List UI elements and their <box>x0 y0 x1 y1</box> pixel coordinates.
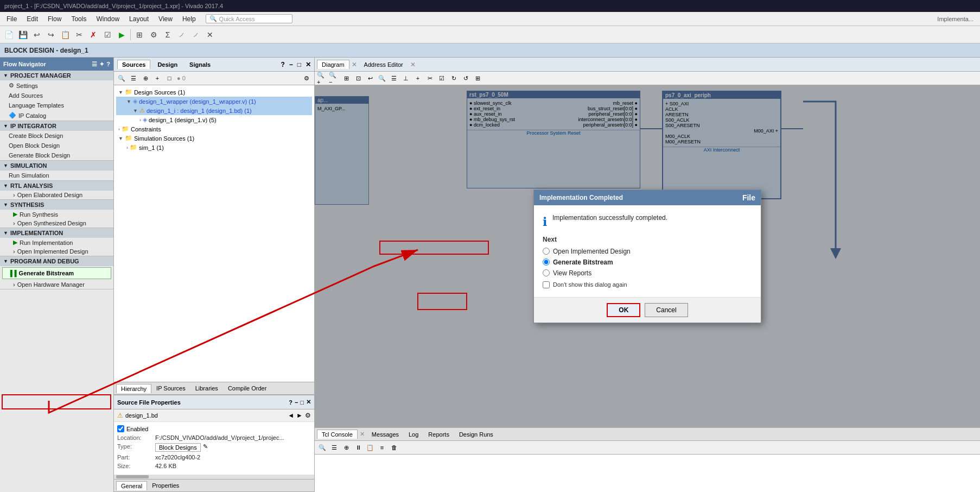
console-list-icon[interactable]: ≡ <box>377 442 387 453</box>
dialog-close-btn[interactable]: File <box>742 193 755 202</box>
new-btn[interactable]: 📄 <box>2 28 15 41</box>
sfp-nav-back[interactable]: ◄ <box>288 412 294 419</box>
collapse-btn[interactable]: ☰ <box>128 73 139 84</box>
nav-run-synthesis[interactable]: ▶ Run Synthesis <box>0 210 113 219</box>
undo-icon[interactable]: ↩ <box>365 73 376 84</box>
validate-icon[interactable]: ☑ <box>436 73 447 84</box>
stop-btn[interactable]: ✗ <box>87 28 100 41</box>
quick-access-box[interactable]: 🔍 Quick Access <box>206 14 292 23</box>
dialog-cancel-btn[interactable]: Cancel <box>645 303 688 317</box>
add-btn[interactable]: + <box>152 73 163 84</box>
flow-nav-icon-3[interactable]: ? <box>106 61 110 68</box>
tab-libraries[interactable]: Libraries <box>190 383 223 393</box>
panel-x-btn[interactable]: ✕ <box>306 61 311 68</box>
add2-icon[interactable]: + <box>412 73 423 84</box>
console-clear-icon[interactable]: 🗑 <box>389 442 399 453</box>
radio-generate-bitstream[interactable] <box>543 258 550 266</box>
run-btn[interactable]: ▶ <box>115 28 128 41</box>
filter-btn[interactable]: □ <box>164 73 175 84</box>
dont-show-checkbox[interactable] <box>543 281 550 288</box>
scissors-icon[interactable]: ✂ <box>424 73 435 84</box>
nav-add-sources[interactable]: Add Sources <box>0 91 113 100</box>
console-copy-icon[interactable]: 📋 <box>365 442 376 453</box>
menu-layout[interactable]: Layout <box>125 14 153 24</box>
tab-signals[interactable]: Signals <box>184 60 215 70</box>
tab-compile-order[interactable]: Compile Order <box>223 383 272 393</box>
layout-icon[interactable]: ⊞ <box>472 73 483 84</box>
sfp-type-edit-icon[interactable]: ✎ <box>203 443 208 450</box>
sfp-close-btn[interactable]: ✕ <box>306 399 311 406</box>
sfp-min-btn[interactable]: − <box>295 399 298 406</box>
tree-design-v[interactable]: › ◈ design_1 (design_1.v) (5) <box>116 115 312 124</box>
refresh-icon[interactable]: ↻ <box>448 73 459 84</box>
place-btn[interactable]: ⟋ <box>189 28 202 41</box>
menu-edit[interactable]: Edit <box>22 14 42 24</box>
nav-open-hw-manager[interactable]: › Open Hardware Manager <box>0 280 113 289</box>
zoom-in-icon[interactable]: 🔍+ <box>317 73 328 84</box>
nav-section-title-impl[interactable]: ▼ IMPLEMENTATION <box>0 228 113 238</box>
zoom-in2-icon[interactable]: 🔍 <box>377 73 387 84</box>
nav-open-synth[interactable]: › Open Synthesized Design <box>0 219 113 228</box>
tree-constraints[interactable]: › 📁 Constraints <box>116 124 312 134</box>
nav-section-title-sim[interactable]: ▼ SIMULATION <box>0 161 113 171</box>
nav-section-title-prog[interactable]: ▼ PROGRAM AND DEBUG <box>0 256 113 266</box>
tab-address-editor[interactable]: Address Editor <box>359 60 408 70</box>
tab-hierarchy[interactable]: Hierarchy <box>116 384 151 393</box>
equalizer-icon[interactable]: ☰ <box>389 73 399 84</box>
nav-section-title-synth[interactable]: ▼ SYNTHESIS <box>0 200 113 210</box>
misc-btn[interactable]: ✕ <box>203 28 217 41</box>
redo-btn[interactable]: ↪ <box>44 28 58 41</box>
expand-btn[interactable]: ⊕ <box>140 73 151 84</box>
nav-ip-catalog[interactable]: 🔷 IP Catalog <box>0 110 113 121</box>
nav-run-impl[interactable]: ▶ Run Implementation <box>0 238 113 247</box>
panel-max-btn[interactable]: □ <box>297 61 301 68</box>
sfp-nav-fwd[interactable]: ► <box>296 412 303 419</box>
check-btn[interactable]: ☑ <box>101 28 114 41</box>
radio-view-reports[interactable] <box>543 269 550 276</box>
fit-icon[interactable]: ⊞ <box>341 73 352 84</box>
dialog-ok-btn[interactable]: OK <box>607 303 640 317</box>
nav-settings[interactable]: ⚙ Settings <box>0 80 113 91</box>
nav-open-impl[interactable]: › Open Implemented Design <box>0 247 113 256</box>
save-btn[interactable]: 💾 <box>16 28 29 41</box>
copy-btn[interactable]: 📋 <box>59 28 72 41</box>
nav-generate-block[interactable]: Generate Block Design <box>0 150 113 160</box>
sfp-max-btn[interactable]: □ <box>300 399 304 406</box>
undo-btn[interactable]: ↩ <box>30 28 43 41</box>
nav-open-elaborated[interactable]: › Open Elaborated Design <box>0 191 113 199</box>
sum-btn[interactable]: Σ <box>161 28 174 41</box>
tree-sim1[interactable]: › 📁 sim_1 (1) <box>116 143 312 152</box>
console-expand-icon[interactable]: ⊕ <box>341 442 352 453</box>
nav-open-block[interactable]: Open Block Design <box>0 141 113 150</box>
tab-diagram[interactable]: Diagram <box>317 60 349 69</box>
panel-close-btn[interactable]: ? <box>281 61 284 68</box>
sfp-help-btn[interactable]: ? <box>289 399 292 406</box>
nav-section-title-rtl[interactable]: ▼ RTL ANALYSIS <box>0 181 113 191</box>
flow-nav-icon-2[interactable]: ✦ <box>99 61 104 68</box>
tree-wrapper[interactable]: ▼ ◈ design_1_wrapper (design_1_wrapper.v… <box>116 97 312 106</box>
tab-log[interactable]: Log <box>404 430 423 439</box>
tab-reports[interactable]: Reports <box>423 430 454 439</box>
align-icon[interactable]: ⊥ <box>400 73 411 84</box>
settings-btn[interactable]: ⚙ <box>147 28 160 41</box>
console-collapse-icon[interactable]: ☰ <box>329 442 340 453</box>
menu-help[interactable]: Help <box>178 14 200 24</box>
tree-sim-sources[interactable]: ▼ 📁 Simulation Sources (1) <box>116 134 312 143</box>
nav-section-title-ip[interactable]: ▼ IP INTEGRATOR <box>0 121 113 131</box>
nav-section-title-project[interactable]: ▼ PROJECT MANAGER <box>0 71 113 80</box>
tab-tcl-console[interactable]: Tcl Console <box>317 430 358 439</box>
tree-design-sources[interactable]: ▼ 📁 Design Sources (1) <box>116 87 312 97</box>
nav-create-block[interactable]: Create Block Design <box>0 131 113 141</box>
menu-tools[interactable]: Tools <box>67 14 91 24</box>
radio-open-impl[interactable] <box>543 248 550 255</box>
flow-nav-icon-1[interactable]: ☰ <box>92 61 97 68</box>
menu-flow[interactable]: Flow <box>43 14 66 24</box>
nav-generate-bitstream[interactable]: ▐▐ Generate Bitstream <box>2 267 111 279</box>
cut-btn[interactable]: ✂ <box>73 28 86 41</box>
tab-properties[interactable]: Properties <box>147 481 184 490</box>
tab-general[interactable]: General <box>116 481 147 490</box>
menu-file[interactable]: File <box>2 14 21 24</box>
settings-icon-btn[interactable]: ⚙ <box>301 73 312 84</box>
menu-view[interactable]: View <box>154 14 177 24</box>
nav-run-simulation[interactable]: Run Simulation <box>0 171 113 180</box>
